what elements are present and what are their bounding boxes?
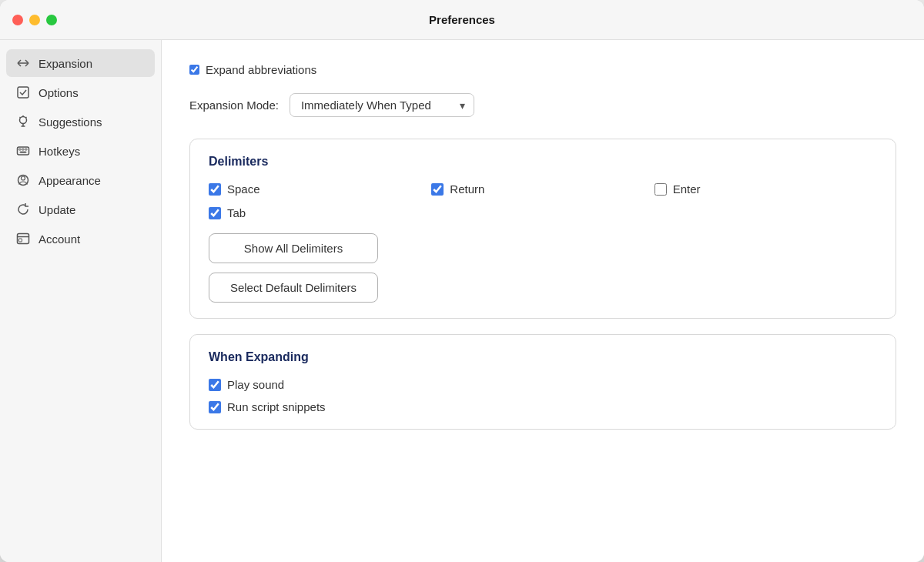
sidebar-label-update: Update	[38, 203, 75, 216]
delimiter-return-label[interactable]: Return	[450, 182, 484, 196]
delimiter-tab-item: Tab	[209, 206, 431, 219]
svg-line-11	[26, 117, 27, 118]
svg-line-10	[20, 117, 21, 118]
minimize-button[interactable]	[29, 15, 40, 25]
delimiter-buttons: Show All Delimiters Select Default Delim…	[209, 233, 877, 303]
expand-abbreviations-row: Expand abbreviations	[189, 63, 896, 76]
suggestions-icon	[15, 114, 31, 129]
delimiter-return-item: Return	[431, 182, 654, 196]
sidebar-label-account: Account	[38, 232, 80, 246]
select-default-delimiters-button[interactable]: Select Default Delimiters	[209, 273, 378, 303]
sidebar-label-hotkeys: Hotkeys	[38, 145, 80, 158]
delimiter-space-label[interactable]: Space	[227, 182, 260, 196]
delimiter-space-item: Space	[209, 182, 431, 196]
sidebar: Expansion Options	[0, 40, 162, 562]
maximize-button[interactable]	[46, 15, 57, 25]
run-script-checkbox[interactable]	[209, 401, 221, 413]
main-panel: Expand abbreviations Expansion Mode: Imm…	[162, 40, 924, 562]
show-all-delimiters-button[interactable]: Show All Delimiters	[209, 233, 378, 263]
expansion-mode-row: Expansion Mode: Immediately When Typed A…	[189, 93, 896, 117]
sidebar-item-update[interactable]: Update	[6, 196, 155, 223]
svg-rect-5	[18, 87, 28, 98]
delimiter-enter-item: Enter	[654, 182, 877, 196]
expand-abbreviations-label[interactable]: Expand abbreviations	[206, 63, 316, 76]
content-area: Expansion Options	[0, 40, 924, 562]
svg-point-18	[22, 176, 25, 180]
play-sound-label[interactable]: Play sound	[227, 378, 284, 391]
hotkeys-icon	[15, 143, 31, 159]
close-button[interactable]	[12, 15, 23, 25]
sidebar-item-options[interactable]: Options	[6, 79, 155, 106]
play-sound-checkbox[interactable]	[209, 379, 221, 391]
appearance-icon	[15, 172, 31, 188]
window-title: Preferences	[429, 13, 495, 26]
play-sound-item: Play sound	[209, 378, 877, 391]
sidebar-item-suggestions[interactable]: Suggestions	[6, 108, 155, 135]
svg-rect-21	[19, 239, 22, 242]
svg-rect-14	[22, 149, 25, 150]
expansion-mode-select-wrapper: Immediately When Typed After Delimiter M…	[290, 93, 474, 117]
delimiter-return-checkbox[interactable]	[431, 183, 444, 196]
sidebar-label-options: Options	[38, 86, 79, 99]
preferences-window: Preferences Expansion	[0, 0, 924, 562]
svg-rect-15	[25, 149, 28, 150]
delimiter-tab-label[interactable]: Tab	[227, 206, 246, 219]
sidebar-label-suggestions: Suggestions	[38, 115, 102, 129]
delimiters-section: Delimiters Space Return Enter	[189, 139, 896, 319]
traffic-lights	[12, 15, 57, 25]
delimiter-space-checkbox[interactable]	[209, 183, 221, 196]
sidebar-item-appearance[interactable]: Appearance	[6, 166, 155, 194]
when-expanding-section: When Expanding Play sound Run script sni…	[189, 334, 896, 430]
sidebar-item-hotkeys[interactable]: Hotkeys	[6, 137, 155, 165]
expand-abbreviations-checkbox[interactable]	[189, 65, 199, 75]
titlebar: Preferences	[0, 0, 924, 40]
account-icon	[15, 231, 31, 246]
when-expanding-checkboxes: Play sound Run script snippets	[209, 378, 877, 413]
delimiter-tab-checkbox[interactable]	[209, 207, 221, 219]
sidebar-item-account[interactable]: Account	[6, 225, 155, 253]
expansion-mode-label: Expansion Mode:	[189, 99, 279, 112]
when-expanding-title: When Expanding	[209, 350, 877, 364]
svg-point-6	[20, 117, 27, 124]
svg-rect-16	[20, 152, 26, 153]
svg-rect-13	[19, 149, 22, 150]
options-icon	[15, 85, 31, 100]
sidebar-label-expansion: Expansion	[38, 57, 92, 70]
run-script-label[interactable]: Run script snippets	[227, 400, 326, 413]
sidebar-label-appearance: Appearance	[38, 174, 101, 187]
run-script-item: Run script snippets	[209, 400, 877, 413]
update-icon	[15, 202, 31, 217]
delimiters-title: Delimiters	[209, 155, 877, 169]
expansion-mode-select[interactable]: Immediately When Typed After Delimiter M…	[290, 93, 474, 117]
delimiter-enter-checkbox[interactable]	[654, 183, 667, 196]
sidebar-item-expansion[interactable]: Expansion	[6, 49, 155, 77]
delimiter-enter-label[interactable]: Enter	[673, 182, 701, 196]
expansion-icon	[15, 55, 31, 71]
